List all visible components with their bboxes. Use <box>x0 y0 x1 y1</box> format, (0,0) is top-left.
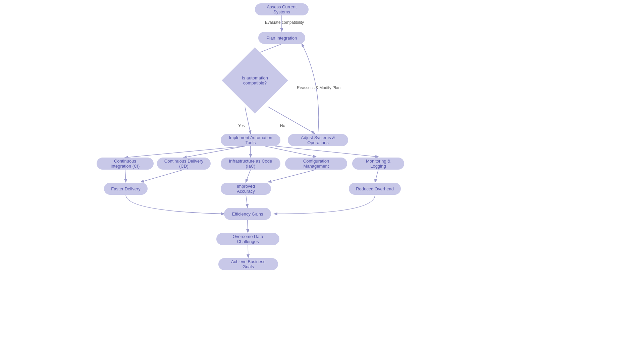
node-adjust-label: Adjust Systems & Operations <box>294 135 341 145</box>
svg-line-16 <box>248 245 248 257</box>
node-overcome-label: Overcome Data Challenges <box>223 234 273 244</box>
edge-label-reassess: Reassess & Modify Plan <box>297 85 340 90</box>
node-efficiency-label: Efficiency Gains <box>232 212 263 217</box>
node-monitor-label: Monitoring & Logging <box>359 159 397 169</box>
svg-line-2 <box>245 107 251 133</box>
node-plan: Plan Integration <box>258 32 305 44</box>
node-reduced-label: Reduced Overhead <box>356 186 394 191</box>
eval-compat-text: Evaluate compatibility <box>265 20 304 25</box>
node-plan-label: Plan Integration <box>266 36 297 41</box>
node-achieve-label: Achieve Business Goals <box>225 259 271 269</box>
svg-line-13 <box>375 170 378 182</box>
node-cd: Continuous Delivery (CD) <box>157 158 211 170</box>
node-cd-label: Continuous Delivery (CD) <box>164 159 204 169</box>
svg-line-9 <box>125 170 126 182</box>
svg-line-4 <box>125 146 245 158</box>
node-accuracy-label: Improved Accuracy <box>227 184 264 194</box>
node-ci: Continuous Integration (CI) <box>97 158 154 170</box>
node-overcome: Overcome Data Challenges <box>216 233 279 245</box>
node-adjust: Adjust Systems & Operations <box>288 134 348 146</box>
svg-line-14 <box>246 195 248 207</box>
node-diamond: Is automation compatible? <box>228 54 282 107</box>
svg-line-11 <box>246 170 251 182</box>
no-text: No <box>280 123 285 128</box>
node-assess: Assess Current Systems <box>255 3 309 15</box>
edge-label-yes: Yes <box>238 123 245 128</box>
svg-line-7 <box>265 146 316 157</box>
node-config: Configuration Management <box>285 158 347 170</box>
node-config-label: Configuration Management <box>292 159 340 169</box>
node-iac-label: Infrastructure as Code (IaC) <box>227 159 274 169</box>
svg-line-12 <box>268 170 316 182</box>
reassess-text: Reassess & Modify Plan <box>297 85 340 90</box>
node-efficiency: Efficiency Gains <box>224 208 271 220</box>
edge-label-no: No <box>280 123 285 128</box>
node-implement: Implement Automation Tools <box>221 134 280 146</box>
node-faster: Faster Delivery <box>104 183 148 195</box>
yes-text: Yes <box>238 123 245 128</box>
node-accuracy: Improved Accuracy <box>221 183 271 195</box>
svg-line-15 <box>248 220 248 232</box>
node-monitor: Monitoring & Logging <box>352 158 404 170</box>
node-diamond-label: Is automation compatible? <box>231 75 278 85</box>
diamond-text: Is automation compatible? <box>228 54 282 107</box>
edge-label-eval-compat: Evaluate compatibility <box>265 20 304 25</box>
svg-line-8 <box>275 146 378 157</box>
svg-line-10 <box>141 170 184 182</box>
node-achieve: Achieve Business Goals <box>218 258 278 270</box>
node-reduced: Reduced Overhead <box>349 183 401 195</box>
node-faster-label: Faster Delivery <box>111 186 140 191</box>
connections-svg <box>0 0 644 362</box>
node-assess-label: Assess Current Systems <box>260 4 303 14</box>
node-iac: Infrastructure as Code (IaC) <box>221 158 280 170</box>
svg-line-5 <box>184 146 245 158</box>
node-implement-label: Implement Automation Tools <box>227 135 274 145</box>
svg-line-3 <box>268 107 315 133</box>
flowchart-canvas: Assess Current Systems Plan Integration … <box>0 0 644 362</box>
node-ci-label: Continuous Integration (CI) <box>103 159 147 169</box>
